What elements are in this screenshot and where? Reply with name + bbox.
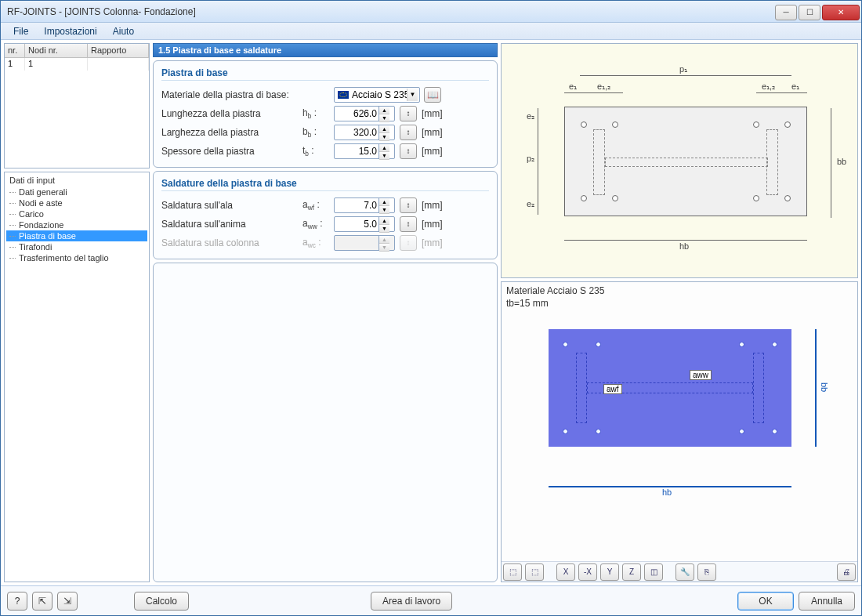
pick-button[interactable]: ↕ (400, 197, 417, 213)
weld-web-label: Saldatura sull'anima (161, 219, 302, 230)
import-button[interactable]: ⇱ (32, 592, 53, 611)
pick-button[interactable]: ↕ (400, 106, 417, 121)
length-label: Lunghezza della piastra (161, 108, 302, 119)
preview-3d[interactable]: Materiale Acciaio S 235 tb=15 mm a (501, 281, 858, 582)
tree-item-shear[interactable]: Trasferimento del taglio (6, 252, 147, 263)
schematic-diagram: p₁ e₁ e₁,₂ e₁,₂ e₁ e₂ p₂ e₂ bb (501, 43, 858, 278)
iso-button[interactable]: ◫ (644, 563, 663, 581)
axis-z-button[interactable]: Z (622, 563, 641, 581)
calc-button[interactable]: Calcolo (134, 592, 189, 611)
menu-help[interactable]: Aiuto (105, 24, 142, 38)
width-symbol: bb : (302, 126, 334, 139)
col-nr[interactable]: nr. (5, 44, 25, 57)
group-title-baseplate: Piastra di base (161, 67, 489, 81)
section-title: 1.5 Piastra di base e saldature (153, 43, 498, 57)
tree-item-nodes[interactable]: Nodi e aste (6, 197, 147, 208)
tree-item-foundation[interactable]: Fondazione (6, 219, 147, 230)
tree-item-baseplate[interactable]: Piastra di base (6, 230, 147, 241)
spin-up-icon[interactable]: ▲ (379, 107, 389, 114)
panel-welds: Saldature della piastra di base Saldatur… (153, 171, 498, 259)
spin-down-icon[interactable]: ▼ (379, 114, 389, 122)
weld-flange-label: Saldatura sull'ala (161, 200, 302, 211)
titlebar: RF-JOINTS - [JOINTS Colonna- Fondazione]… (1, 1, 861, 23)
material-label: Materiale della piastra di base: (161, 89, 302, 100)
menubar: File Impostazioni Aiuto (1, 23, 861, 40)
copy-button[interactable]: ⎘ (697, 563, 716, 581)
col-nodi[interactable]: Nodi nr. (25, 44, 88, 57)
length-input[interactable]: ▲▼ (334, 106, 395, 121)
axis-y-button[interactable]: Y (600, 563, 619, 581)
view-y-button[interactable]: ⬚ (525, 563, 544, 581)
menu-file[interactable]: File (5, 24, 36, 38)
length-symbol: hb : (302, 107, 334, 120)
pick-button: ↕ (400, 235, 417, 251)
pick-button[interactable]: ↕ (400, 125, 417, 140)
axis-negx-button[interactable]: -X (578, 563, 597, 581)
export-button[interactable]: ⇲ (57, 592, 78, 611)
col-rapporto[interactable]: Rapporto (88, 44, 149, 57)
tool-button[interactable]: 🔧 (675, 563, 694, 581)
dropdown-icon[interactable]: ▼ (407, 89, 418, 101)
weld-flange-input[interactable]: ▲▼ (334, 197, 395, 213)
thickness-label: Spessore della piastra (161, 146, 302, 157)
axis-x-button[interactable]: X (556, 563, 575, 581)
footer: ? ⇱ ⇲ Calcolo Area di lavoro OK Annulla (1, 585, 861, 615)
eu-flag-icon (338, 91, 349, 99)
pick-button[interactable]: ↕ (400, 216, 417, 232)
library-button[interactable]: 📖 (424, 87, 441, 103)
cancel-button[interactable]: Annulla (799, 592, 855, 611)
panel-empty (153, 263, 498, 582)
material-combo[interactable]: Acciaio S 235 ▼ 📖 (334, 87, 420, 103)
node-table[interactable]: nr. Nodi nr. Rapporto 1 1 (4, 43, 150, 168)
tree-item-general[interactable]: Dati generali (6, 187, 147, 197)
print-button[interactable]: 🖨 (837, 563, 856, 581)
close-button[interactable]: ✕ (822, 5, 860, 20)
menu-settings[interactable]: Impostazioni (36, 24, 104, 38)
nav-tree[interactable]: Dati di input Dati generali Nodi e aste … (4, 172, 150, 582)
width-input[interactable]: ▲▼ (334, 125, 395, 140)
window-title: RF-JOINTS - [JOINTS Colonna- Fondazione] (7, 6, 196, 17)
label-aww: aww (690, 370, 712, 380)
thickness-input[interactable]: ▲▼ (334, 143, 395, 159)
preview-info: Materiale Acciaio S 235 tb=15 mm (506, 285, 604, 310)
weld-column-label: Saldatura sulla colonna (161, 237, 302, 248)
workarea-button[interactable]: Area di lavoro (371, 592, 452, 611)
label-awf: awf (603, 384, 622, 394)
width-label: Larghezza della piastra (161, 127, 302, 138)
ok-button[interactable]: OK (737, 592, 794, 611)
table-row[interactable]: 1 1 (5, 58, 149, 71)
tree-root[interactable]: Dati di input (6, 174, 147, 187)
help-button[interactable]: ? (7, 592, 27, 611)
pick-button[interactable]: ↕ (400, 143, 417, 159)
group-title-welds: Saldature della piastra di base (161, 178, 489, 191)
maximize-button[interactable]: ☐ (799, 5, 820, 20)
view-x-button[interactable]: ⬚ (503, 563, 522, 581)
tree-item-load[interactable]: Carico (6, 208, 147, 219)
thickness-symbol: tb : (302, 145, 334, 158)
panel-baseplate: Piastra di base Materiale della piastra … (153, 60, 498, 168)
tree-item-anchors[interactable]: Tirafondi (6, 241, 147, 252)
weld-column-input: ▲▼ (334, 235, 395, 251)
weld-web-input[interactable]: ▲▼ (334, 216, 395, 232)
minimize-button[interactable]: ─ (775, 5, 797, 20)
